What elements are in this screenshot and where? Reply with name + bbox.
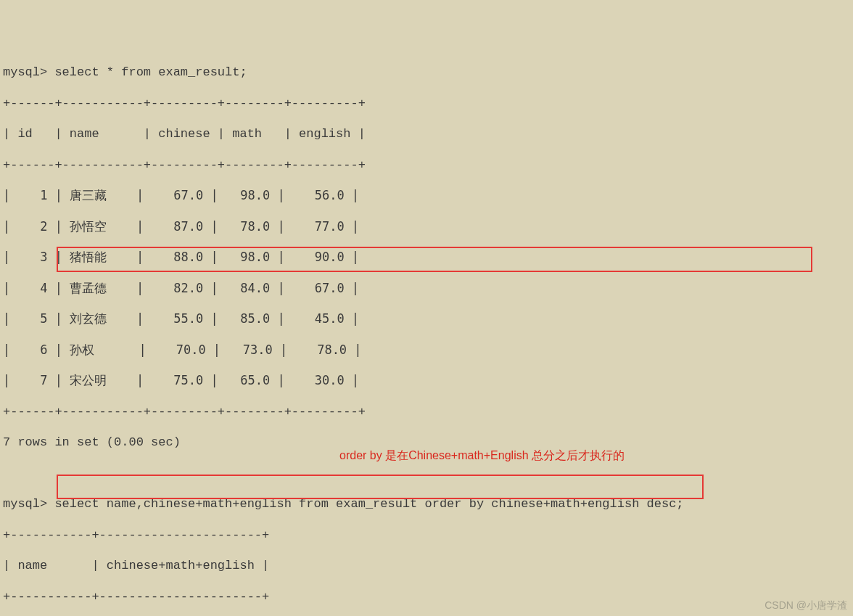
watermark: CSDN @小唐学渣 <box>765 599 847 612</box>
query-2-line: mysql> select name,chinese+math+english … <box>3 496 850 512</box>
annotation-text: order by 是在Chinese+math+English 总分之后才执行的 <box>339 448 625 463</box>
table2-header: | name | chinese+math+english | <box>3 558 850 573</box>
table1-row: | 1 | 唐三藏 | 67.0 | 98.0 | 56.0 | <box>3 188 850 203</box>
table1-header: | id | name | chinese | math | english | <box>3 126 850 141</box>
prompt: mysql> <box>3 65 47 79</box>
table1-border: +------+-----------+---------+--------+-… <box>3 96 850 111</box>
prompt: mysql> <box>3 497 47 511</box>
table1-row: | 3 | 猪悟能 | 88.0 | 98.0 | 90.0 | <box>3 250 850 265</box>
table1-row: | 5 | 刘玄德 | 55.0 | 85.0 | 45.0 | <box>3 311 850 327</box>
table1-border: +------+-----------+---------+--------+-… <box>3 404 850 419</box>
query-2: select name,chinese+math+english from ex… <box>54 497 683 511</box>
table1-border: +------+-----------+---------+--------+-… <box>3 157 850 173</box>
table1-row: | 2 | 孙悟空 | 87.0 | 78.0 | 77.0 | <box>3 219 850 234</box>
table2-border: +-----------+----------------------+ <box>3 527 850 543</box>
query-1-line: mysql> select * from exam_result; <box>3 65 850 80</box>
table1-row: | 6 | 孙权 | 70.0 | 73.0 | 78.0 | <box>3 342 850 358</box>
table2-border: +-----------+----------------------+ <box>3 589 850 604</box>
table1-row: | 7 | 宋公明 | 75.0 | 65.0 | 30.0 | <box>3 373 850 388</box>
table1-row: | 4 | 曹孟德 | 82.0 | 84.0 | 67.0 | <box>3 281 850 296</box>
blank <box>3 466 850 481</box>
query-1: select * from exam_result; <box>54 65 247 79</box>
